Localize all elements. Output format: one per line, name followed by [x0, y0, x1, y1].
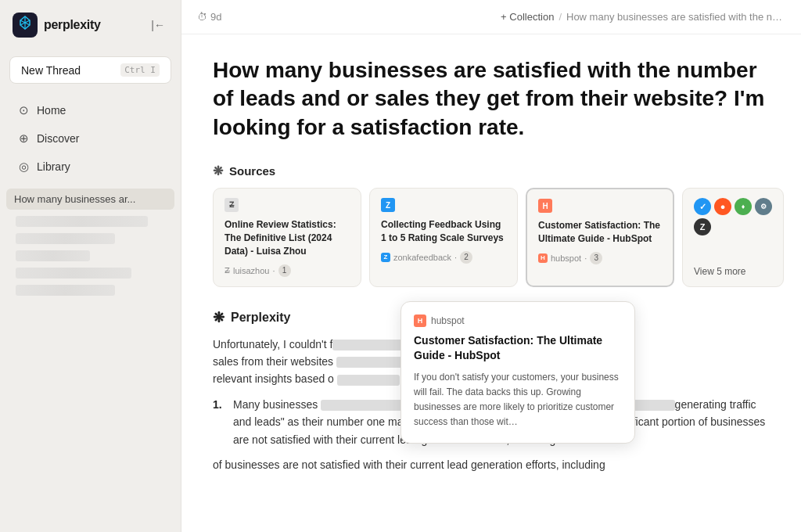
sidebar-item-library[interactable]: ◎ Library — [6, 153, 174, 180]
history-blur-5 — [16, 285, 115, 296]
sidebar-item-home[interactable]: ⊙ Home — [6, 97, 174, 124]
source-card-3[interactable]: H Customer Satisfaction: The Ultimate Gu… — [526, 188, 674, 286]
breadcrumb-separator: / — [559, 11, 562, 23]
clock-icon: ⏱ — [197, 11, 207, 23]
source-num-1: 1 — [278, 264, 291, 277]
sidebar-item-discover[interactable]: ⊕ Discover — [6, 125, 174, 152]
home-icon: ⊙ — [19, 103, 29, 117]
breadcrumb: + Collection / How many businesses are s… — [501, 11, 785, 23]
sidebar-item-discover-label: Discover — [37, 132, 79, 145]
source-tooltip: H hubspot Customer Satisfaction: The Ult… — [400, 301, 635, 444]
tooltip-title: Customer Satisfaction: The Ultimate Guid… — [414, 333, 622, 364]
sources-section: ❋ Sources Z̶ Online Review Statistics: T… — [213, 164, 770, 286]
list-num-1: 1. — [213, 396, 227, 448]
more-icon-5: Z — [694, 218, 711, 235]
source-card-more[interactable]: ✓ ● ♦ ⚙ Z View 5 more — [682, 188, 784, 286]
source-domain-2: Z zonkafeedback · 2 — [381, 251, 506, 264]
view-more-label: View 5 more — [694, 266, 745, 277]
source-favicon-zonka: Z — [381, 198, 395, 212]
sidebar-collapse-button[interactable]: |← — [148, 16, 168, 34]
answer-intro: Unfortunately, I couldn't f — [213, 338, 332, 350]
sidebar: perplexity |← New Thread Ctrl I ⊙ Home ⊕… — [0, 0, 181, 532]
source-favicon-small-3: H — [538, 253, 548, 263]
content-area: How many businesses are satisfied with t… — [181, 34, 801, 532]
source-favicon-hubspot: H — [538, 199, 552, 213]
answer-paragraph-2: of businesses are not satisfied with the… — [213, 456, 770, 473]
more-icons: ✓ ● ♦ ⚙ Z — [694, 198, 772, 235]
more-icon-3: ♦ — [735, 198, 752, 215]
source-favicon-luisa: Z̶ — [224, 198, 239, 212]
breadcrumb-page-title: How many businesses are satisfied with t… — [566, 11, 785, 23]
main-content: ⏱ 9d + Collection / How many businesses … — [181, 0, 801, 532]
blurred-3 — [337, 375, 400, 386]
more-icon-4: ⚙ — [755, 198, 772, 215]
new-thread-label: New Thread — [21, 64, 81, 77]
source-title-1: Online Review Statistics: The Definitive… — [224, 218, 350, 257]
sources-icon: ❋ — [213, 164, 223, 178]
source-favicon-small-2: Z — [381, 253, 390, 262]
new-thread-button[interactable]: New Thread Ctrl I — [9, 56, 171, 84]
perplexity-label: Perplexity — [231, 311, 290, 325]
perplexity-logo-icon — [13, 13, 38, 38]
source-domain-3: H hubspot · 3 — [538, 252, 662, 264]
tooltip-site-name: hubspot — [431, 315, 465, 326]
source-title-2: Collecting Feedback Using 1 to 5 Rating … — [381, 218, 506, 245]
sources-label: Sources — [229, 164, 275, 178]
sidebar-item-home-label: Home — [37, 104, 66, 117]
sources-cards: Z̶ Online Review Statistics: The Definit… — [213, 188, 770, 286]
logo-text: perplexity — [44, 18, 101, 32]
history-blur-1 — [16, 216, 148, 227]
perplexity-section: ❋ Perplexity Unfortunately, I couldn't f… — [213, 309, 770, 474]
source-card-1[interactable]: Z̶ Online Review Statistics: The Definit… — [213, 188, 361, 286]
more-icon-1: ✓ — [694, 198, 711, 215]
source-domain-1: Z̶ luisazhou · 1 — [224, 264, 350, 277]
history-blur-2 — [16, 233, 115, 244]
source-favicon-small-1: Z̶ — [224, 266, 230, 275]
source-title-3: Customer Satisfaction: The Ultimate Guid… — [538, 219, 662, 246]
history-blur-4 — [16, 268, 131, 279]
discover-icon: ⊕ — [19, 131, 29, 146]
sidebar-header: perplexity |← — [0, 0, 181, 50]
perplexity-answer-icon: ❋ — [213, 309, 224, 326]
history-blur-3 — [16, 250, 90, 261]
tooltip-body: If you don't satisfy your customers, you… — [414, 370, 622, 430]
question-title: How many businesses are satisfied with t… — [213, 56, 770, 142]
new-thread-shortcut: Ctrl I — [120, 63, 160, 77]
source-num-3: 3 — [590, 252, 602, 264]
library-icon: ◎ — [19, 160, 29, 174]
tooltip-favicon: H — [414, 315, 426, 327]
breadcrumb-add-collection[interactable]: + Collection — [501, 11, 554, 23]
source-num-2: 2 — [460, 251, 472, 264]
more-icon-2: ● — [714, 198, 731, 215]
history-item-active[interactable]: How many businesses ar... — [6, 189, 174, 210]
sidebar-item-library-label: Library — [37, 160, 70, 173]
source-card-2[interactable]: Z Collecting Feedback Using 1 to 5 Ratin… — [369, 188, 518, 286]
topbar: ⏱ 9d + Collection / How many businesses … — [181, 0, 801, 34]
time-ago: ⏱ 9d — [197, 11, 221, 23]
sources-header: ❋ Sources — [213, 164, 770, 178]
tooltip-site: H hubspot — [414, 315, 622, 327]
